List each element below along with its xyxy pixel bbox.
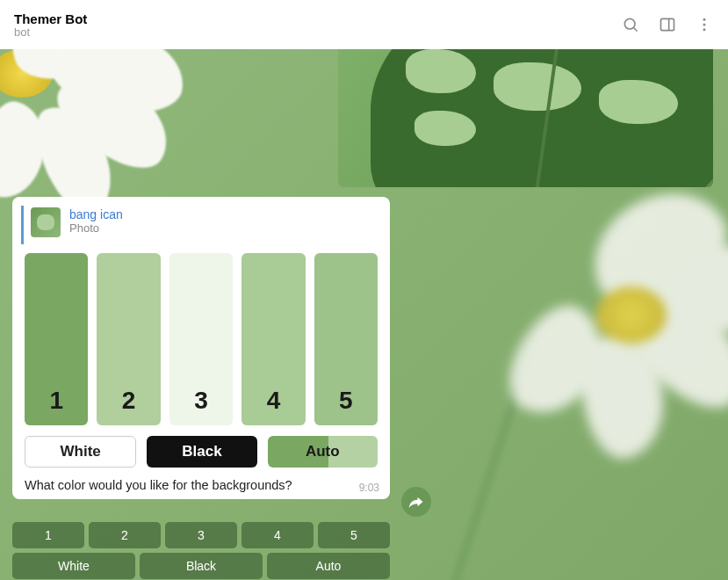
kb-white[interactable]: White [12, 553, 135, 579]
share-button[interactable] [401, 487, 431, 517]
kb-black[interactable]: Black [140, 553, 263, 579]
kb-auto[interactable]: Auto [267, 553, 390, 579]
header-info[interactable]: Themer Bot bot [14, 11, 621, 39]
svg-point-0 [624, 18, 635, 29]
message-time: 9:03 [359, 482, 379, 494]
swatch-1: 1 [25, 253, 88, 425]
chat-title: Themer Bot [14, 11, 621, 26]
kb-3[interactable]: 3 [165, 522, 237, 548]
svg-point-4 [703, 18, 706, 21]
svg-point-5 [703, 24, 706, 26]
option-white: White [25, 436, 136, 468]
reply-reference[interactable]: bang ican Photo [21, 206, 381, 244]
swatch-3: 3 [169, 253, 233, 425]
kb-4[interactable]: 4 [241, 522, 314, 548]
kb-5[interactable]: 5 [318, 522, 390, 548]
reply-thumbnail [31, 207, 61, 237]
kb-2[interactable]: 2 [89, 522, 161, 548]
svg-rect-2 [661, 18, 674, 30]
reply-content-type: Photo [69, 221, 123, 235]
attached-image-preview[interactable] [338, 49, 713, 187]
chat-header: Themer Bot bot [0, 0, 728, 49]
swatch-4: 4 [241, 253, 305, 425]
swatch-5: 5 [314, 253, 378, 425]
sidebar-toggle-icon[interactable] [658, 15, 677, 34]
option-auto: Auto [268, 436, 378, 468]
search-icon[interactable] [621, 15, 640, 34]
more-icon[interactable] [695, 15, 714, 34]
svg-point-6 [703, 28, 706, 31]
option-black: Black [147, 436, 256, 468]
kb-1[interactable]: 1 [12, 522, 84, 548]
message-text: What color would you like for the backgr… [21, 475, 381, 492]
reply-sender: bang ican [69, 207, 123, 221]
svg-line-1 [634, 28, 638, 32]
palette-preview: 1 2 3 4 5 [21, 248, 381, 431]
bot-message: bang ican Photo 1 2 3 4 5 White Black Au… [12, 197, 390, 499]
chat-subtitle: bot [14, 25, 621, 39]
swatch-2: 2 [97, 253, 160, 425]
option-preview-row: White Black Auto [21, 431, 381, 475]
inline-keyboard: 1 2 3 4 5 White Black Auto [12, 522, 390, 580]
